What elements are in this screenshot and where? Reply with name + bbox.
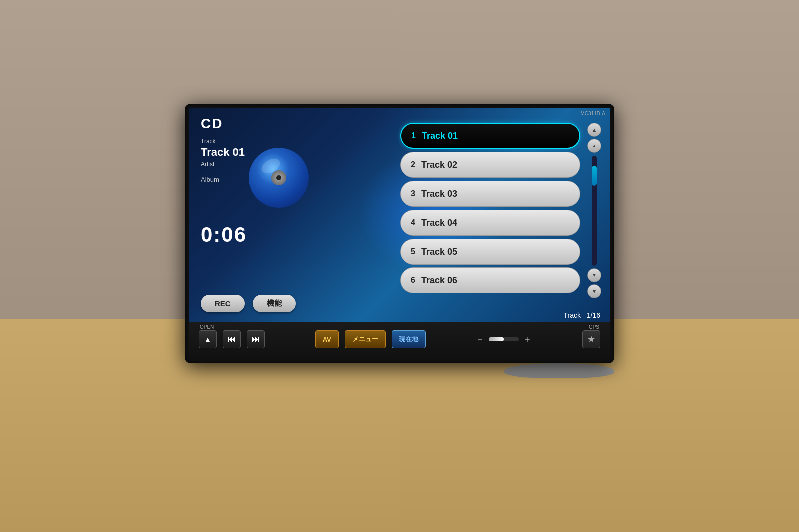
monitor-assembly: MC311D-A CD Track Track 01 Artist Album [185, 104, 614, 408]
next-button[interactable]: ⏭ [247, 330, 265, 348]
track-footer-total: 16 [592, 311, 600, 319]
volume-bar [489, 337, 519, 341]
track-item[interactable]: 6 Track 06 [400, 267, 580, 293]
scroll-down-large[interactable]: ▼ [587, 284, 601, 298]
track-footer-label: Track [564, 311, 581, 319]
scroll-thumb [592, 166, 597, 186]
eject-button[interactable]: ▲ [199, 330, 217, 348]
scroll-down-small[interactable]: ▼ [587, 268, 601, 282]
track-title: Track 04 [421, 218, 457, 228]
transport-controls: ▲ ⏮ ⏭ [199, 330, 265, 348]
nav-buttons: AV メニュー 現在地 [315, 330, 426, 348]
star-button[interactable]: ★ [582, 330, 600, 348]
screen: MC311D-A CD Track Track 01 Artist Album [189, 108, 610, 322]
track-num: 3 [411, 189, 415, 198]
rec-button[interactable]: REC [201, 295, 245, 312]
scroll-up-small[interactable]: ▲ [587, 139, 601, 153]
open-label: OPEN [200, 324, 214, 330]
av-button[interactable]: AV [315, 330, 339, 348]
track-title: Track 03 [421, 189, 457, 199]
track-num: 6 [411, 276, 415, 285]
track-item[interactable]: 5 Track 05 [400, 239, 580, 265]
track-title: Track 05 [421, 247, 457, 257]
vol-plus-icon[interactable]: ＋ [523, 333, 532, 345]
album-label: Album [201, 176, 245, 183]
control-bar: OPEN GPS ▲ ⏮ ⏭ AV メニュー 現在地 － ＋ ★ [189, 322, 610, 356]
track-num: 5 [411, 247, 415, 256]
track-name: Track 01 [201, 146, 245, 159]
scroll-track [592, 156, 597, 266]
track-title: Track 02 [421, 160, 457, 170]
gps-label: GPS [589, 324, 599, 330]
action-buttons: REC 機能 [201, 295, 296, 312]
volume-fill [489, 337, 504, 341]
vol-minus-icon[interactable]: － [476, 333, 485, 345]
track-item[interactable]: 4 Track 04 [400, 210, 580, 236]
track-title: Track 06 [421, 275, 457, 286]
volume-controls: － ＋ [476, 333, 532, 345]
scroll-up-large[interactable]: ▲ [587, 123, 601, 137]
playback-time: 0:06 [201, 223, 247, 247]
monitor-outer: MC311D-A CD Track Track 01 Artist Album [185, 104, 614, 363]
stand-base [504, 363, 614, 378]
track-item[interactable]: 3 Track 03 [400, 181, 580, 207]
disc-graphic [249, 148, 309, 208]
track-num: 4 [411, 218, 415, 227]
track-footer-current: 1 [587, 311, 591, 319]
track-label: Track [201, 138, 245, 145]
model-number: MC311D-A [581, 111, 605, 116]
track-item[interactable]: 2 Track 02 [400, 152, 580, 178]
prev-button[interactable]: ⏮ [223, 330, 241, 348]
left-panel: Track Track 01 Artist Album [201, 138, 245, 193]
func-button[interactable]: 機能 [253, 295, 296, 312]
menu-button[interactable]: メニュー [345, 330, 386, 348]
track-num: 1 [411, 131, 416, 140]
track-num: 2 [411, 160, 415, 169]
track-title: Track 01 [422, 131, 458, 141]
track-footer: Track 1/16 [564, 311, 600, 319]
source-label: CD [201, 116, 223, 132]
current-pos-button[interactable]: 現在地 [392, 330, 426, 348]
artist-label: Artist [201, 161, 245, 168]
track-item[interactable]: 1 Track 01 [400, 123, 580, 149]
track-list: 1 Track 01 2 Track 02 3 Track 03 4 Track… [400, 123, 580, 293]
scrollbar: ▲ ▲ ▼ ▼ [587, 123, 601, 298]
